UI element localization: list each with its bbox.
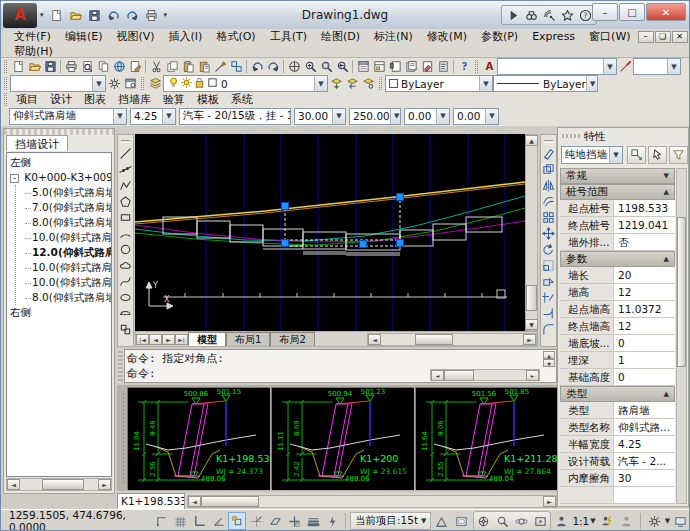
drawing-canvas[interactable]: Y X xyxy=(135,134,525,331)
stretch-button[interactable] xyxy=(541,274,556,289)
toolbar-grip[interactable] xyxy=(475,60,478,73)
section-caret-icon[interactable]: ▲ xyxy=(664,188,669,196)
scroll-right-icon[interactable]: ► xyxy=(523,334,536,345)
annotation-scale-value[interactable]: 1:1 xyxy=(572,515,589,527)
menu-item-help[interactable]: 帮助(H) xyxy=(7,44,60,59)
param3-combo[interactable]: 0.00▼ xyxy=(404,108,450,125)
otrack-toggle[interactable] xyxy=(247,512,265,530)
dim-style-combo[interactable]: ▼ xyxy=(633,58,681,75)
snap-toggle[interactable] xyxy=(152,512,170,530)
redo-button[interactable] xyxy=(265,59,281,74)
menu-item-8[interactable]: 修改(M) xyxy=(420,29,474,44)
save-button[interactable] xyxy=(42,59,58,74)
maximize-button[interactable]: □ xyxy=(619,3,645,21)
tab-layout1[interactable]: 布局1 xyxy=(226,332,270,346)
toolbar-grip[interactable] xyxy=(4,77,7,90)
property-value[interactable]: 1 xyxy=(614,352,675,368)
toolbar-grip[interactable] xyxy=(4,60,7,73)
coordinate-readout[interactable]: 1259.1505, 474.6796, 0.0000 xyxy=(3,509,151,531)
section-preview-1[interactable]: 11.118.692.42500.94501.23488.06K1+200WJ … xyxy=(271,387,413,489)
plugin-tab-1[interactable]: 设计 xyxy=(44,92,78,107)
preview-button[interactable] xyxy=(79,59,95,74)
chevron-down-icon[interactable]: ▼ xyxy=(603,59,616,74)
copy-obj-button[interactable] xyxy=(541,162,556,177)
tab-nav-prev-icon[interactable]: ◄ xyxy=(149,334,162,345)
property-value[interactable]: 30 xyxy=(614,470,675,486)
text-style-combo[interactable]: ▼ xyxy=(497,58,617,75)
model-space-icon[interactable] xyxy=(432,512,451,530)
ortho-toggle[interactable] xyxy=(190,512,208,530)
scroll-left-icon[interactable]: ◄ xyxy=(431,370,444,381)
window-settings-icon[interactable] xyxy=(122,76,138,91)
expand-arrow-icon[interactable] xyxy=(505,8,521,23)
section-caret-icon[interactable]: ▼ xyxy=(664,172,669,180)
undo-button[interactable] xyxy=(249,59,265,74)
close-button[interactable]: ✕ xyxy=(646,3,686,21)
command-history[interactable]: 命令: 指定对角点: 命令: ▲ ▼ ◄ ► xyxy=(124,349,557,383)
linetype-combo[interactable]: ByLayer▼ xyxy=(493,75,598,92)
lwt-toggle[interactable] xyxy=(304,512,322,530)
undo-icon[interactable] xyxy=(105,6,123,24)
tab-nav-first-icon[interactable]: |◄ xyxy=(136,334,149,345)
scroll-right-icon[interactable]: ► xyxy=(526,370,539,381)
quickcalc-button[interactable] xyxy=(435,59,451,74)
property-value[interactable]: 否 xyxy=(614,234,675,250)
tree-item-wall-5[interactable]: 10.0(仰斜式路肩墙) xyxy=(25,260,111,275)
extend-button[interactable] xyxy=(541,306,556,321)
designcenter-button[interactable] xyxy=(371,59,387,74)
arc-button[interactable] xyxy=(118,226,133,241)
pickadd-toggle-button[interactable] xyxy=(627,146,646,164)
chevron-down-icon[interactable]: ▼ xyxy=(479,76,492,91)
command-hscroll[interactable]: ◄ ► xyxy=(430,369,540,381)
scroll-thumb[interactable] xyxy=(526,285,537,311)
steering-wheel-button[interactable] xyxy=(474,512,493,530)
toolbar-grip[interactable] xyxy=(4,93,7,106)
scroll-thumb[interactable] xyxy=(415,334,453,345)
qat-customize-icon[interactable]: ▾ xyxy=(164,11,168,19)
array-button[interactable] xyxy=(541,210,556,225)
menu-item-2[interactable]: 视图(V) xyxy=(109,29,161,44)
erase-button[interactable] xyxy=(541,146,556,161)
plugin-tab-4[interactable]: 验算 xyxy=(157,92,191,107)
showmotion-button[interactable] xyxy=(531,512,550,530)
zoom-window-button[interactable] xyxy=(318,59,334,74)
menu-item-10[interactable]: Express xyxy=(525,30,582,43)
scroll-thumb[interactable] xyxy=(444,370,474,381)
tree-item-wall-0[interactable]: 5.0(仰斜式路肩墙) xyxy=(25,185,111,200)
collapse-icon[interactable]: - xyxy=(10,174,19,183)
ducs-toggle[interactable] xyxy=(266,512,284,530)
toolpalettes-button[interactable] xyxy=(387,59,403,74)
chevron-down-icon[interactable]: ▼ xyxy=(332,109,345,124)
scroll-left-icon[interactable]: ◄ xyxy=(188,496,201,507)
tab-model[interactable]: 模型 xyxy=(188,332,226,346)
property-value[interactable]: 1219.041 xyxy=(614,217,675,233)
property-value[interactable]: 0 xyxy=(614,369,675,385)
tree-item-wall-1[interactable]: 7.0(仰斜式路肩墙) xyxy=(25,200,111,215)
ellipse-button[interactable] xyxy=(118,290,133,305)
scroll-up-icon[interactable]: ▲ xyxy=(525,135,538,146)
tree-item-wall-7[interactable]: 8.0(仰斜式路肩墙) xyxy=(25,290,111,305)
move-button[interactable] xyxy=(541,226,556,241)
favorites-star-icon[interactable] xyxy=(559,8,575,23)
layer-previous-button[interactable] xyxy=(344,76,360,91)
zoom-realtime-button[interactable] xyxy=(302,59,318,74)
child-close-button[interactable]: ✕ xyxy=(672,31,688,43)
chevron-down-icon[interactable]: ▼ xyxy=(665,517,670,525)
preview-hscrollbar[interactable]: ◄ ► xyxy=(187,495,557,508)
qnew-icon[interactable] xyxy=(48,6,66,24)
plugin-tab-6[interactable]: 系统 xyxy=(225,92,259,107)
osnap-toggle[interactable] xyxy=(228,512,246,530)
menu-item-0[interactable]: 文件(F) xyxy=(7,29,58,44)
station-combo[interactable]: K1+198.533 ▼ xyxy=(117,493,185,510)
child-minimize-button[interactable]: – xyxy=(638,31,654,43)
layer-properties-button[interactable] xyxy=(147,76,163,91)
zoom-tool-button[interactable] xyxy=(493,512,512,530)
property-value[interactable]: 20 xyxy=(614,267,675,283)
help-button[interactable]: ? xyxy=(456,59,472,74)
property-value[interactable]: 仰斜式路... xyxy=(614,419,675,435)
section-caret-icon[interactable]: ▲ xyxy=(664,390,669,398)
make-layer-current-button[interactable] xyxy=(328,76,344,91)
polar-toggle[interactable] xyxy=(209,512,227,530)
tree-hscrollbar[interactable]: ◄ ► xyxy=(6,478,112,491)
open-button[interactable] xyxy=(26,59,42,74)
